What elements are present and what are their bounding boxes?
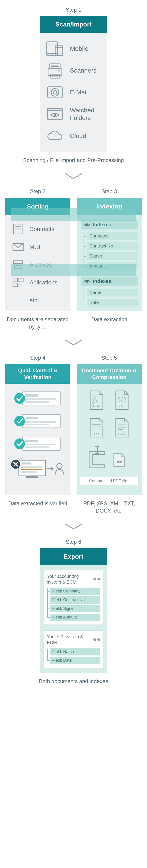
svg-rect-32 [13,283,18,287]
index-item: Contract No. [87,242,138,250]
svg-rect-45 [25,424,49,425]
file-type-grid: PDF XML TXT DOC [87,389,132,439]
svg-rect-30 [13,278,18,282]
svg-point-36 [87,281,88,282]
svg-rect-12 [51,74,59,78]
index-group-title: Indexes [81,277,138,286]
index-item: Name [87,289,138,297]
step-5-title: Document Creation & Compression [77,364,142,384]
index-group-1: Indexes Company Contract No. Signer Amou… [81,220,138,270]
applications-icon [11,276,25,289]
index-group-2: Indexes Name Date [81,277,138,307]
svg-point-17 [51,89,59,96]
svg-rect-27 [14,261,23,264]
chevron-down-icon [64,172,83,181]
svg-rect-77 [95,453,99,455]
txt-file-icon: TXT [87,416,106,439]
verified-record-icon [12,412,64,430]
index-title-text: Indexes [93,222,111,228]
step-1-item-watched: Watched Folders [44,103,103,125]
svg-point-35 [87,224,88,225]
step-2-label: Step 2 [30,188,45,194]
step-2-item-label: Aplications [29,279,58,286]
step-1-item-mobile: Mobile [44,38,103,60]
svg-rect-39 [25,398,56,400]
svg-rect-76 [95,445,99,447]
step-2-item-label: Mail [29,244,40,250]
svg-point-41 [14,393,25,404]
step-2-caption: Documents are separated by type [5,316,70,330]
export-card-title: Your HR system & ECM [47,634,92,645]
export-field: Field: Company [50,588,100,595]
svg-rect-38 [25,394,38,397]
step-2-item-mail: Mail [9,238,66,256]
step-2-title: Sorting [5,198,70,215]
index-group-title: Indexes [81,220,138,229]
svg-rect-57 [26,476,38,478]
export-card-title: Your accounting system & ECM [47,573,92,585]
svg-point-3 [52,54,52,55]
verified-record-icon [12,390,64,407]
svg-rect-43 [25,417,38,419]
archives-icon [11,258,25,271]
step-5-panel: Document Creation & Compression PDF XML … [77,364,142,495]
compress-clamp-icon: PDF [85,445,134,471]
index-item: Amount [87,262,138,270]
svg-point-15 [58,70,60,71]
svg-rect-31 [19,278,23,282]
verified-record-icon [12,435,64,453]
step-2-item-label: etc. [29,297,39,304]
svg-rect-44 [25,421,56,423]
step-1-item-label: Watched Folders [70,106,101,122]
doc-file-icon: DOC [112,416,132,439]
export-field: Field: Date [50,657,100,664]
step-2-item-applications: Aplications [9,274,66,291]
svg-point-7 [58,54,59,55]
index-title-text: Indexes [93,278,111,284]
svg-rect-55 [21,469,43,470]
step-6-label: Step 6 [66,539,81,545]
svg-text:XML: XML [119,404,126,408]
step-1-title: Scan/Import [40,16,107,33]
svg-point-51 [14,438,25,449]
manual-review-icon [10,458,66,480]
index-item: Date [87,299,138,307]
step-3-caption: Data extraction [91,316,127,323]
mobile-icon [45,40,65,57]
index-item: Signer [87,252,138,260]
pdf-file-icon: PDF [87,389,106,412]
compressed-chip: Compressed PDF files [80,477,139,486]
svg-rect-40 [25,401,49,403]
step-2-item-archives: Archives [9,256,66,274]
step-2-item-label: Contracts [29,226,54,232]
step-6-title: Export [40,548,107,565]
svg-point-18 [53,91,57,94]
step-4-title: Qual. Control & Verifcation [5,364,70,384]
step-5-caption: PDF, XPS, XML, TXT, DOCX, etc. [77,500,142,514]
step-5-label: Step 5 [101,355,117,361]
svg-rect-20 [48,108,62,111]
step-2-item-contracts: Contracts [9,220,66,238]
mail-icon [11,240,25,253]
svg-rect-56 [21,471,36,473]
system-dots-icon [93,638,100,641]
svg-text:TXT: TXT [93,432,100,436]
export-card-hr: Your HR system & ECM Field: Name Field: … [44,630,103,668]
step-1-item-cloud: Cloud [44,125,103,147]
svg-rect-48 [25,440,38,442]
chevron-down-icon [64,338,83,347]
step-2-item-etc: etc. [9,291,66,309]
step-4-caption: Data extracted is verified [8,500,67,507]
export-field: Field: Name [50,648,100,655]
step-1-panel: Scan/Import Mobile [40,16,107,152]
step-4-label: Step 4 [30,355,45,361]
step-1-item-label: Mobile [70,45,88,53]
system-dots-icon [93,578,100,581]
svg-text:DOC: DOC [118,432,126,436]
svg-point-46 [14,416,25,427]
step-1-label: Step 1 [66,7,81,13]
step-1-body: Mobile Scanners [40,33,107,152]
step-1-item-label: E-Mail [70,89,88,96]
step-6-caption: Both documents and indexes [39,678,108,685]
step-2-item-label: Archives [29,261,52,268]
